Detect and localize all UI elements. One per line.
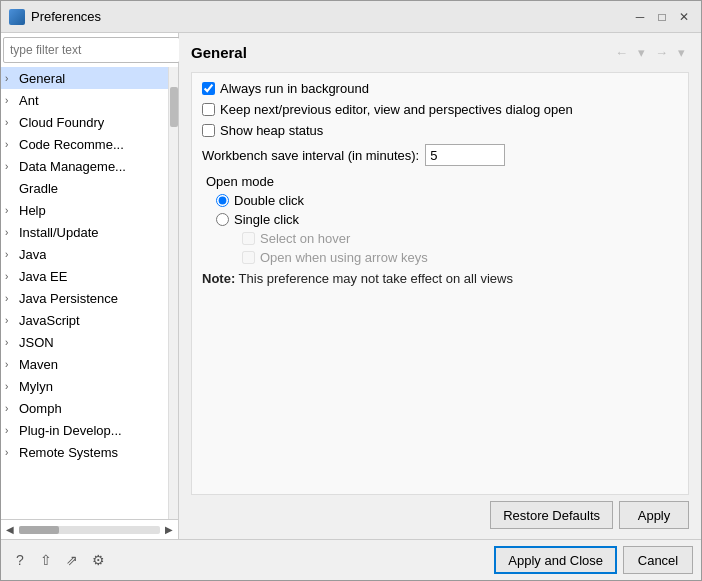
scroll-left-button[interactable]: ◀ [3, 524, 17, 535]
title-bar: Preferences ─ □ ✕ [1, 1, 701, 33]
sidebar-item[interactable]: ›JavaScript [1, 309, 168, 331]
sidebar-item[interactable]: Gradle [1, 177, 168, 199]
expand-arrow-icon: › [5, 249, 19, 260]
sidebar-item[interactable]: ›Help [1, 199, 168, 221]
maximize-button[interactable]: □ [653, 8, 671, 26]
sidebar-item[interactable]: ›JSON [1, 331, 168, 353]
sidebar-list: ›General›Ant›Cloud Foundry›Code Recomme.… [1, 67, 168, 519]
note-content: This preference may not take effect on a… [239, 271, 513, 286]
sidebar-item-label: Gradle [19, 181, 58, 196]
expand-arrow-icon: › [5, 95, 19, 106]
sidebar: ›General›Ant›Cloud Foundry›Code Recomme.… [1, 33, 179, 539]
expand-arrow-icon: › [5, 359, 19, 370]
expand-arrow-icon: › [5, 205, 19, 216]
preferences-window: Preferences ─ □ ✕ ›General›Ant›Cloud Fou… [0, 0, 702, 581]
scroll-right-button[interactable]: ▶ [162, 524, 176, 535]
select-on-hover-option: Select on hover [202, 231, 678, 246]
sidebar-item[interactable]: ›Java Persistence [1, 287, 168, 309]
keep-editor-checkbox[interactable] [202, 103, 215, 116]
sidebar-hscroll-thumb [19, 526, 59, 534]
sidebar-item[interactable]: ›General [1, 67, 168, 89]
sidebar-item-label: General [19, 71, 65, 86]
sidebar-item-label: Java EE [19, 269, 67, 284]
sidebar-item-label: Maven [19, 357, 58, 372]
select-on-hover-checkbox [242, 232, 255, 245]
sidebar-vscroll[interactable] [168, 67, 178, 519]
content-area: ›General›Ant›Cloud Foundry›Code Recomme.… [1, 33, 701, 539]
expand-arrow-icon: › [5, 315, 19, 326]
sidebar-item-label: Mylyn [19, 379, 53, 394]
select-on-hover-text: Select on hover [260, 231, 350, 246]
show-heap-checkbox[interactable] [202, 124, 215, 137]
close-button[interactable]: ✕ [675, 8, 693, 26]
minimize-button[interactable]: ─ [631, 8, 649, 26]
double-click-radio[interactable] [216, 194, 229, 207]
restore-defaults-button[interactable]: Restore Defaults [490, 501, 613, 529]
sidebar-item[interactable]: ›Install/Update [1, 221, 168, 243]
expand-arrow-icon: › [5, 139, 19, 150]
single-click-label[interactable]: Single click [216, 212, 299, 227]
expand-arrow-icon: › [5, 73, 19, 84]
open-arrow-text: Open when using arrow keys [260, 250, 428, 265]
note-text: Note: This preference may not take effec… [202, 271, 678, 286]
sidebar-item[interactable]: ›Oomph [1, 397, 168, 419]
sidebar-item[interactable]: ›Data Manageme... [1, 155, 168, 177]
single-click-text: Single click [234, 212, 299, 227]
sidebar-item-label: Data Manageme... [19, 159, 126, 174]
nav-forward-button[interactable]: → [651, 43, 672, 62]
sidebar-item-label: Ant [19, 93, 39, 108]
sidebar-item[interactable]: ›Remote Systems [1, 441, 168, 463]
sidebar-item[interactable]: ›Ant [1, 89, 168, 111]
single-click-radio[interactable] [216, 213, 229, 226]
settings-icon[interactable]: ⚙ [87, 549, 109, 571]
nav-back-dropdown-button[interactable]: ▾ [634, 43, 649, 62]
note-label: Note: [202, 271, 235, 286]
sidebar-item[interactable]: ›Java EE [1, 265, 168, 287]
keep-editor-text: Keep next/previous editor, view and pers… [220, 102, 573, 117]
sidebar-scroll-area: ›General›Ant›Cloud Foundry›Code Recomme.… [1, 67, 178, 519]
sidebar-item-label: Oomph [19, 401, 62, 416]
double-click-option: Double click [202, 193, 678, 208]
sidebar-item[interactable]: ›Plug-in Develop... [1, 419, 168, 441]
filter-input[interactable] [3, 37, 180, 63]
window-title: Preferences [31, 9, 631, 24]
show-heap-label[interactable]: Show heap status [202, 123, 323, 138]
always-run-bg-checkbox[interactable] [202, 82, 215, 95]
sidebar-item-label: Plug-in Develop... [19, 423, 122, 438]
sidebar-item-label: Install/Update [19, 225, 99, 240]
keep-editor-label[interactable]: Keep next/previous editor, view and pers… [202, 102, 573, 117]
sidebar-item-label: Help [19, 203, 46, 218]
sidebar-bottom: ◀ ▶ [1, 519, 178, 539]
sidebar-item[interactable]: ›Java [1, 243, 168, 265]
sidebar-item-label: Cloud Foundry [19, 115, 104, 130]
select-on-hover-label: Select on hover [242, 231, 350, 246]
bottom-icons: ? ⇧ ⇗ ⚙ [9, 549, 109, 571]
apply-button[interactable]: Apply [619, 501, 689, 529]
sidebar-item[interactable]: ›Mylyn [1, 375, 168, 397]
import-icon[interactable]: ⇧ [35, 549, 57, 571]
expand-arrow-icon: › [5, 271, 19, 282]
sidebar-hscroll[interactable] [19, 526, 160, 534]
sidebar-item-label: JavaScript [19, 313, 80, 328]
expand-arrow-icon: › [5, 381, 19, 392]
cancel-button[interactable]: Cancel [623, 546, 693, 574]
sidebar-item[interactable]: ›Cloud Foundry [1, 111, 168, 133]
main-nav-buttons: ← ▾ → ▾ [611, 43, 689, 62]
nav-forward-dropdown-button[interactable]: ▾ [674, 43, 689, 62]
nav-back-button[interactable]: ← [611, 43, 632, 62]
export-icon[interactable]: ⇗ [61, 549, 83, 571]
sidebar-item[interactable]: ›Code Recomme... [1, 133, 168, 155]
workbench-save-row: Workbench save interval (in minutes): [202, 144, 678, 166]
show-heap-row: Show heap status [202, 123, 678, 138]
sidebar-item-label: Code Recomme... [19, 137, 124, 152]
sidebar-item[interactable]: ›Maven [1, 353, 168, 375]
main-panel: General ← ▾ → ▾ Always run in background [179, 33, 701, 539]
always-run-bg-label[interactable]: Always run in background [202, 81, 369, 96]
sidebar-vscroll-thumb [170, 87, 178, 127]
workbench-save-input[interactable] [425, 144, 505, 166]
expand-arrow-icon: › [5, 403, 19, 414]
double-click-label[interactable]: Double click [216, 193, 304, 208]
expand-arrow-icon: › [5, 447, 19, 458]
apply-close-button[interactable]: Apply and Close [494, 546, 617, 574]
help-icon[interactable]: ? [9, 549, 31, 571]
